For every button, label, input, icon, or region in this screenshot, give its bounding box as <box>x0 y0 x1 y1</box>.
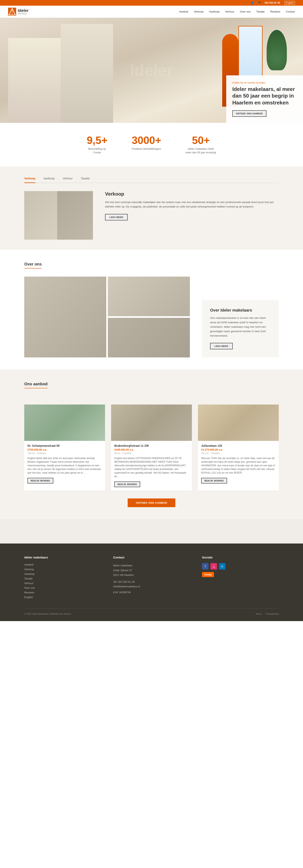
tab-image <box>24 191 93 240</box>
hero-discover-label: Ontdek hier de mooiste woningen <box>232 82 297 84</box>
stat-rating: 9,5+ Beoordeling opFunda <box>87 135 108 154</box>
tab-image-part2 <box>57 191 93 240</box>
property-specs-2: 69 m2 · 2 kamers <box>114 452 189 455</box>
footer-link-over-ons[interactable]: Over ons <box>24 586 101 589</box>
top-bar: 👤 🏴 023 532 61 20 English <box>0 0 303 6</box>
bekijk-woning-button-3[interactable]: BEKIJK WONING <box>201 478 227 484</box>
person-icon: 👤 <box>250 1 253 4</box>
tab-aankoop[interactable]: Aankoop <box>43 177 55 183</box>
instagram-icon[interactable]: △ <box>211 563 217 569</box>
footer-col-contact: Contact Ideler makelaars Oude Zijlvest 3… <box>113 556 190 600</box>
tab-verhuur[interactable]: Verhuur <box>63 177 73 183</box>
footer-socials-title: Socials <box>202 556 279 559</box>
properties-grid: Dr. Schaepmanstraat 59 €700.000,00 v.a. … <box>24 404 279 490</box>
property-address-3: Julianalaan 125 <box>201 444 275 447</box>
footer-link-verkoop[interactable]: Verkoop <box>24 568 101 571</box>
lees-meer-button[interactable]: LEES MEER <box>105 214 128 220</box>
person1-shape <box>8 38 65 123</box>
footer-bottom: © 2025 Ideler Makelaars | Website door I… <box>24 608 279 615</box>
phone-number: 023 532 61 20 <box>265 1 280 4</box>
property-desc-1: English below Wat een lichte en duurzaam… <box>28 457 102 475</box>
tab-verkoop[interactable]: Verkoop <box>24 177 35 183</box>
over-ons-images <box>24 277 190 358</box>
over-ons-section: Over ons Over Ideler makelaars Ons makel… <box>0 250 303 370</box>
footer-terms-link[interactable]: Terms <box>255 613 262 615</box>
stat-bemiddelingen-label: Positieve bemiddelingen! <box>132 147 161 151</box>
hero-section: Ideler Ontdek hier de mooiste woningen I… <box>0 18 303 123</box>
footer-link-reviews[interactable]: Reviews <box>24 591 101 594</box>
tab-title: Verkoop <box>105 191 279 197</box>
footer-link-verhuur[interactable]: Verhuur <box>24 582 101 585</box>
footer-link-aankoop[interactable]: Aankoop <box>24 572 101 576</box>
stat-rating-number: 9,5+ <box>87 135 108 146</box>
tab-image-part1 <box>24 191 59 240</box>
footer-company-title: Ideler makelaars <box>24 556 101 559</box>
footer-link-aanbod[interactable]: Aanbod <box>24 563 101 566</box>
footer-postal: 2011 VB Haarlem <box>113 572 190 577</box>
logo-subtitle: Makelaars <box>18 12 29 15</box>
footer-tel-number: 023 532 61 20 <box>118 580 135 583</box>
stat-jaren: 50+ Ideler makelaars heeftmeer dan 50 ja… <box>185 135 216 154</box>
bekijk-woning-button-2[interactable]: BEKIJK WONING <box>114 482 140 487</box>
over-ons-image-top-right <box>108 277 190 316</box>
nav-contact[interactable]: Contact <box>286 10 295 13</box>
footer-privacy-link[interactable]: Privacybeleid <box>266 613 279 615</box>
nav-over-ons[interactable]: Over ons <box>240 10 251 13</box>
property-address-2: Brakenburghstraat 11 ZW <box>114 444 189 447</box>
footer-email: info@idelermakelars.nl <box>113 584 190 589</box>
hero-cta-button[interactable]: ONTDEK ONS AANBOD <box>232 110 267 117</box>
tab-taxatie[interactable]: Taxatie <box>81 177 90 183</box>
property-price-1: €700.000,00 v.a. <box>28 448 102 451</box>
hero-overlay: Ontdek hier de mooiste woningen Ideler m… <box>226 75 303 123</box>
tab-text-area: Verkoop Het ene huis verkoopt natuurlijk… <box>105 191 279 220</box>
tab-description: Het ene huis verkoopt natuurlijk makkeli… <box>105 200 279 209</box>
person2-shape <box>61 24 113 123</box>
nav-aanbod[interactable]: Aanbod <box>179 10 188 13</box>
nav-verhuur[interactable]: Verhuur <box>225 10 235 13</box>
facebook-icon[interactable]: f <box>202 563 209 569</box>
nav-aankoop[interactable]: Aankoop <box>209 10 219 13</box>
footer-address: Ideler makelaars Oude Zijlvest 37 2011 V… <box>113 563 190 595</box>
stats-section: 9,5+ Beoordeling opFunda 3000+ Positieve… <box>0 123 303 167</box>
property-card-2: Brakenburghstraat 11 ZW €449.000,00 v.a.… <box>111 404 192 490</box>
property-card-3: Julianalaan 125 €1.275.000,00 v.a. 211 m… <box>198 404 279 490</box>
main-nav: Ideler Makelaars Aanbod Verkoop Aankoop … <box>0 6 303 18</box>
hero-watermark: Ideler <box>130 61 173 80</box>
property-specs-3: 211 m2 · 7 kamers <box>201 452 275 455</box>
over-ons-content: Over Ideler makelaars Ons makelaarskanto… <box>24 277 279 358</box>
footer-bottom-links: Terms Privacybeleid <box>255 613 279 615</box>
footer-col-company: Ideler makelaars Aanbod Verkoop Aankoop … <box>24 556 101 600</box>
logo-name: Ideler <box>18 8 29 12</box>
over-ons-lees-meer-button[interactable]: LEES MEER <box>210 343 233 349</box>
stat-bemiddelingen: 3000+ Positieve bemiddelingen! <box>132 135 161 154</box>
nav-reviews[interactable]: Reviews <box>270 10 280 13</box>
nav-verkoop[interactable]: Verkoop <box>194 10 204 13</box>
ontdek-aanbod-button[interactable]: ONTDEK ONS AANBOD <box>128 498 175 507</box>
footer-social-icons: f △ in <box>202 563 279 569</box>
property-body-1: Dr. Schaepmanstraat 59 €700.000,00 v.a. … <box>24 441 105 487</box>
linkedin-icon[interactable]: in <box>219 563 225 569</box>
logo-icon <box>8 8 16 16</box>
plant-decoration <box>267 30 287 70</box>
footer-link-taxatie[interactable]: Taxatie <box>24 577 101 580</box>
over-ons-card-text: Ons makelaarskantoor is al meer dan een … <box>210 316 271 338</box>
footer-grid: Ideler makelaars Aanbod Verkoop Aankoop … <box>24 556 279 600</box>
language-selector[interactable]: English <box>284 1 295 5</box>
property-image-1 <box>24 404 105 441</box>
logo[interactable]: Ideler Makelaars <box>8 8 29 16</box>
bekijk-woning-button-1[interactable]: BEKIJK WONING <box>28 478 53 484</box>
footer-link-english[interactable]: English <box>24 596 101 599</box>
ons-aanbod-section: Ons aanbod Dr. Schaepmanstraat 59 €700.0… <box>0 370 303 519</box>
nav-taxatie[interactable]: Taxatie <box>256 10 265 13</box>
property-price-3: €1.275.000,00 v.a. <box>201 448 275 451</box>
property-address-1: Dr. Schaepmanstraat 59 <box>28 444 102 447</box>
footer-tel: Tel: 023 532 61 20 <box>113 580 190 584</box>
property-body-3: Julianalaan 125 €1.275.000,00 v.a. 211 m… <box>198 441 279 487</box>
property-desc-2: English text below) UITSTEKEND ONDERHOUD… <box>114 457 189 478</box>
property-body-2: Brakenburghstraat 11 ZW €449.000,00 v.a.… <box>111 441 192 490</box>
over-ons-image-bottom-right <box>108 318 190 358</box>
footer: Ideler makelaars Aanbod Verkoop Aankoop … <box>0 544 303 621</box>
funda-badge[interactable]: funda <box>202 572 214 577</box>
over-ons-card-title: Over Ideler makelaars <box>210 308 271 313</box>
over-ons-heading: Over ons <box>24 262 42 269</box>
